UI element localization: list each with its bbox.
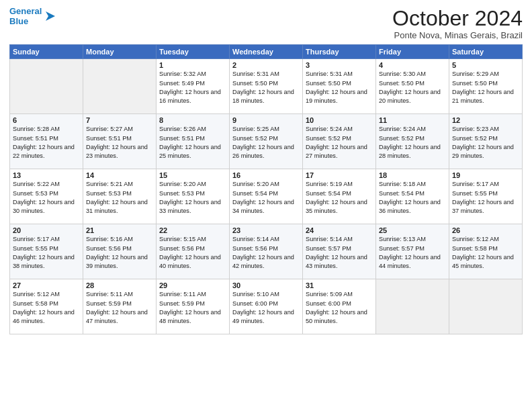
- cell-info: Sunrise: 5:20 AMSunset: 5:53 PMDaylight:…: [159, 180, 226, 216]
- daylight-text: Daylight: 12 hours and 20 minutes.: [379, 89, 441, 104]
- calendar-cell: 21Sunrise: 5:16 AMSunset: 5:56 PMDayligh…: [83, 224, 157, 279]
- sunrise-text: Sunrise: 5:17 AM: [452, 181, 499, 187]
- sunset-text: Sunset: 5:55 PM: [452, 190, 498, 197]
- cell-info: Sunrise: 5:18 AMSunset: 5:54 PMDaylight:…: [379, 180, 446, 216]
- calendar-cell: 14Sunrise: 5:21 AMSunset: 5:53 PMDayligh…: [83, 169, 157, 224]
- day-number: 14: [86, 171, 153, 179]
- sunrise-text: Sunrise: 5:09 AM: [306, 291, 353, 298]
- calendar-cell: 10Sunrise: 5:24 AMSunset: 5:52 PMDayligh…: [303, 114, 376, 169]
- cell-info: Sunrise: 5:17 AMSunset: 5:55 PMDaylight:…: [13, 235, 80, 271]
- sunset-text: Sunset: 5:50 PM: [306, 80, 351, 87]
- day-number: 13: [13, 171, 80, 179]
- calendar-week-1: 1Sunrise: 5:32 AMSunset: 5:49 PMDaylight…: [10, 59, 523, 114]
- cell-info: Sunrise: 5:21 AMSunset: 5:53 PMDaylight:…: [86, 180, 153, 216]
- daylight-text: Daylight: 12 hours and 35 minutes.: [306, 199, 367, 214]
- calendar-cell: [83, 59, 157, 114]
- sunrise-text: Sunrise: 5:31 AM: [232, 71, 279, 77]
- day-number: 19: [452, 171, 519, 179]
- calendar-cell: 6Sunrise: 5:28 AMSunset: 5:51 PMDaylight…: [10, 114, 83, 169]
- calendar-cell: 11Sunrise: 5:24 AMSunset: 5:52 PMDayligh…: [376, 114, 449, 169]
- daylight-text: Daylight: 12 hours and 28 minutes.: [379, 144, 441, 159]
- calendar-cell: [376, 279, 449, 334]
- calendar-cell: 29Sunrise: 5:11 AMSunset: 5:59 PMDayligh…: [157, 279, 230, 334]
- sunrise-text: Sunrise: 5:27 AM: [86, 126, 133, 132]
- location-subtitle: Ponte Nova, Minas Gerais, Brazil: [392, 30, 523, 40]
- daylight-text: Daylight: 12 hours and 25 minutes.: [159, 144, 221, 159]
- calendar-cell: 5Sunrise: 5:29 AMSunset: 5:50 PMDaylight…: [449, 59, 523, 114]
- daylight-text: Daylight: 12 hours and 50 minutes.: [306, 309, 367, 324]
- day-number: 30: [232, 281, 300, 289]
- daylight-text: Daylight: 12 hours and 23 minutes.: [86, 144, 148, 159]
- calendar-cell: 23Sunrise: 5:14 AMSunset: 5:56 PMDayligh…: [230, 224, 303, 279]
- daylight-text: Daylight: 12 hours and 36 minutes.: [379, 199, 441, 214]
- logo: General Blue: [9, 7, 58, 27]
- calendar-cell: 18Sunrise: 5:18 AMSunset: 5:54 PMDayligh…: [376, 169, 449, 224]
- day-number: 21: [86, 226, 153, 234]
- day-number: 25: [379, 226, 446, 234]
- sunset-text: Sunset: 5:53 PM: [13, 190, 58, 197]
- daylight-text: Daylight: 12 hours and 26 minutes.: [232, 144, 294, 159]
- calendar-week-4: 20Sunrise: 5:17 AMSunset: 5:55 PMDayligh…: [10, 224, 523, 279]
- header: General Blue October 2024 Ponte Nova, Mi…: [9, 7, 523, 40]
- sunrise-text: Sunrise: 5:12 AM: [452, 236, 499, 242]
- calendar-cell: 7Sunrise: 5:27 AMSunset: 5:51 PMDaylight…: [83, 114, 157, 169]
- daylight-text: Daylight: 12 hours and 16 minutes.: [159, 89, 221, 104]
- calendar-header-row: SundayMondayTuesdayWednesdayThursdayFrid…: [10, 45, 523, 59]
- col-header-wednesday: Wednesday: [230, 45, 303, 59]
- daylight-text: Daylight: 12 hours and 44 minutes.: [379, 254, 441, 269]
- calendar-cell: 28Sunrise: 5:11 AMSunset: 5:59 PMDayligh…: [83, 279, 157, 334]
- cell-info: Sunrise: 5:24 AMSunset: 5:52 PMDaylight:…: [379, 125, 446, 161]
- sunrise-text: Sunrise: 5:24 AM: [379, 126, 426, 132]
- sunrise-text: Sunrise: 5:18 AM: [379, 181, 426, 187]
- day-number: 10: [306, 116, 373, 124]
- sunset-text: Sunset: 5:49 PM: [159, 80, 205, 87]
- col-header-sunday: Sunday: [10, 45, 83, 59]
- cell-info: Sunrise: 5:24 AMSunset: 5:52 PMDaylight:…: [306, 125, 373, 161]
- cell-info: Sunrise: 5:25 AMSunset: 5:52 PMDaylight:…: [232, 125, 300, 161]
- sunrise-text: Sunrise: 5:16 AM: [86, 236, 133, 242]
- daylight-text: Daylight: 12 hours and 29 minutes.: [452, 144, 514, 159]
- day-number: 12: [452, 116, 519, 124]
- sunrise-text: Sunrise: 5:30 AM: [379, 71, 426, 77]
- daylight-text: Daylight: 12 hours and 30 minutes.: [13, 199, 75, 214]
- cell-info: Sunrise: 5:27 AMSunset: 5:51 PMDaylight:…: [86, 125, 153, 161]
- sunset-text: Sunset: 5:57 PM: [306, 245, 351, 252]
- sunrise-text: Sunrise: 5:11 AM: [159, 291, 206, 298]
- calendar-cell: 9Sunrise: 5:25 AMSunset: 5:52 PMDaylight…: [230, 114, 303, 169]
- calendar-table: SundayMondayTuesdayWednesdayThursdayFrid…: [9, 44, 523, 334]
- cell-info: Sunrise: 5:31 AMSunset: 5:50 PMDaylight:…: [306, 70, 373, 105]
- sunrise-text: Sunrise: 5:28 AM: [13, 126, 60, 132]
- sunrise-text: Sunrise: 5:25 AM: [232, 126, 279, 132]
- cell-info: Sunrise: 5:09 AMSunset: 6:00 PMDaylight:…: [306, 290, 373, 326]
- sunset-text: Sunset: 5:54 PM: [379, 190, 425, 197]
- day-number: 26: [452, 226, 519, 234]
- cell-info: Sunrise: 5:30 AMSunset: 5:50 PMDaylight:…: [379, 70, 446, 105]
- daylight-text: Daylight: 12 hours and 31 minutes.: [86, 199, 148, 214]
- calendar-cell: 25Sunrise: 5:13 AMSunset: 5:57 PMDayligh…: [376, 224, 449, 279]
- day-number: 31: [306, 281, 373, 289]
- cell-info: Sunrise: 5:26 AMSunset: 5:51 PMDaylight:…: [159, 125, 226, 161]
- col-header-thursday: Thursday: [303, 45, 376, 59]
- day-number: 15: [159, 171, 226, 179]
- day-number: 3: [306, 61, 373, 69]
- cell-info: Sunrise: 5:28 AMSunset: 5:51 PMDaylight:…: [13, 125, 80, 161]
- daylight-text: Daylight: 12 hours and 38 minutes.: [13, 254, 75, 269]
- sunrise-text: Sunrise: 5:17 AM: [13, 236, 60, 242]
- sunrise-text: Sunrise: 5:12 AM: [13, 291, 60, 298]
- cell-info: Sunrise: 5:10 AMSunset: 6:00 PMDaylight:…: [232, 290, 300, 326]
- sunset-text: Sunset: 5:56 PM: [232, 245, 278, 252]
- calendar-week-5: 27Sunrise: 5:12 AMSunset: 5:58 PMDayligh…: [10, 279, 523, 334]
- col-header-tuesday: Tuesday: [157, 45, 230, 59]
- col-header-saturday: Saturday: [449, 45, 523, 59]
- sunrise-text: Sunrise: 5:10 AM: [232, 291, 279, 298]
- sunset-text: Sunset: 5:51 PM: [13, 135, 58, 142]
- daylight-text: Daylight: 12 hours and 40 minutes.: [159, 254, 221, 269]
- day-number: 28: [86, 281, 153, 289]
- day-number: 6: [13, 116, 80, 124]
- calendar-cell: 13Sunrise: 5:22 AMSunset: 5:53 PMDayligh…: [10, 169, 83, 224]
- cell-info: Sunrise: 5:14 AMSunset: 5:57 PMDaylight:…: [306, 235, 373, 271]
- cell-info: Sunrise: 5:15 AMSunset: 5:56 PMDaylight:…: [159, 235, 226, 271]
- sunrise-text: Sunrise: 5:13 AM: [379, 236, 426, 242]
- calendar-cell: 30Sunrise: 5:10 AMSunset: 6:00 PMDayligh…: [230, 279, 303, 334]
- cell-info: Sunrise: 5:20 AMSunset: 5:54 PMDaylight:…: [232, 180, 300, 216]
